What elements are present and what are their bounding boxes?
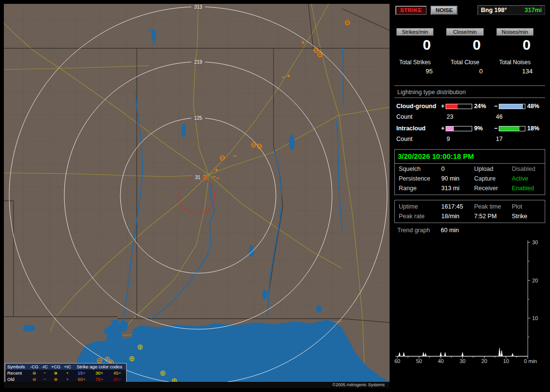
legend-age-title: Strike age color codes	[72, 364, 126, 370]
cloud-ground-counts: Count 23 46	[393, 113, 546, 120]
cg-plus-bar	[446, 104, 472, 109]
x-tick-30: 30	[460, 358, 465, 364]
ic-minus-bar	[499, 126, 525, 131]
persistence-value: 90 min	[441, 175, 474, 182]
bearing-display: Bng 198° 317mi	[478, 5, 545, 15]
minus-sign: −	[493, 103, 499, 110]
cloud-ground-row: Cloud-ground + 24% − 48%	[393, 103, 546, 110]
noise-mode-button[interactable]: NOISE	[431, 6, 458, 15]
peak-rate-value: 18/min	[441, 213, 474, 220]
plus-cg-icon: ⊕	[49, 370, 62, 376]
age-45: 45+	[108, 370, 126, 376]
peak-time-label: Peak time	[474, 203, 512, 210]
trend-graph-label: Trend graph	[397, 227, 441, 234]
legend-col-nic: -IC	[40, 364, 49, 370]
y-tick-10: 10	[532, 315, 538, 321]
rate-values-row: 0 0 0	[393, 36, 546, 53]
cg-minus-bar	[499, 104, 525, 109]
range-label-31: 31	[195, 175, 201, 180]
total-noises-label: Total Noises	[496, 59, 534, 66]
ic-plus-count: 9	[447, 136, 496, 142]
x-tick-0: 0 min	[524, 358, 537, 364]
strike-symbol	[130, 357, 134, 361]
intracloud-counts: Count 9 17	[393, 136, 546, 142]
status-box: 3/20/2026 10:00:18 PM Squelch 0 Upload D…	[394, 149, 545, 195]
plus-sign: +	[440, 125, 446, 132]
symbol-legend: Symbols -CG -IC +CG +IC Strike age color…	[5, 363, 127, 383]
range-label-125: 125	[194, 115, 203, 121]
legend-col-pic: +IC	[62, 364, 73, 370]
distribution-title: Lightning type distribution	[394, 86, 545, 98]
strike-symbol	[203, 176, 207, 180]
range-value: 313 mi	[441, 185, 474, 192]
cg-minus-count: 46	[496, 113, 503, 120]
squelch-label: Squelch	[399, 166, 441, 172]
session-row: Peak rate 18/min 7:52 PM Strike	[395, 211, 545, 221]
legend-col-ncg: -CG	[29, 364, 40, 370]
minus-sign: −	[493, 125, 499, 132]
clock-timestamp: 3/20/2026 10:00:18 PM	[395, 150, 545, 164]
legend-recent-label: Recent	[5, 370, 29, 376]
total-noises-value: 134	[496, 68, 534, 75]
intracloud-row: Intracloud + 9% − 18%	[393, 125, 546, 132]
capture-label: Capture	[474, 175, 512, 182]
y-tick-20: 20	[532, 278, 538, 283]
ic-minus-percent: 18%	[525, 125, 546, 132]
noises-per-min-value: 0	[496, 37, 534, 53]
receiver-status: Enabled	[512, 185, 545, 192]
x-tick-50: 50	[416, 358, 422, 364]
squelch-value: 0	[441, 166, 474, 172]
rate-box-close: Close/min	[446, 28, 483, 36]
range-label-313: 313	[194, 4, 203, 10]
strike-symbol	[105, 357, 110, 362]
age-15: 15+	[72, 370, 90, 376]
x-tick-10: 10	[503, 358, 509, 364]
legend-symbols-label: Symbols	[5, 364, 29, 370]
bearing-label: Bng 198°	[481, 7, 507, 14]
close-per-min-value: 0	[446, 37, 483, 53]
copyright-text: ©2005 Astrogenic Systems	[4, 382, 390, 388]
status-row: Range 313 mi Receiver Enabled	[395, 183, 545, 195]
intracloud-label: Intracloud	[396, 125, 440, 132]
upload-status: Disabled	[512, 166, 545, 172]
strike-symbol	[161, 371, 165, 376]
plot-value: Strike	[512, 213, 545, 220]
status-row: Persistence 90 min Capture Active	[395, 173, 545, 183]
rate-boxes-row: Strikes/min Close/min Noises/min	[393, 15, 546, 36]
mode-toolbar: STRIKE NOISE Bng 198° 317mi	[393, 5, 546, 15]
legend-col-pcg: +CG	[49, 364, 62, 370]
range-label-219: 219	[194, 59, 203, 65]
map-canvas: 313 219 125 31	[4, 4, 390, 388]
plot-label: Plot	[512, 203, 545, 210]
age-30: 30+	[90, 370, 108, 376]
ic-plus-percent: 9%	[472, 125, 493, 132]
range-label: Range	[399, 185, 441, 192]
strikes-per-min-value: 0	[396, 37, 434, 53]
plus-ic-icon: +	[62, 370, 73, 376]
total-labels-row: Total Strikes Total Close Total Noises	[393, 53, 546, 66]
session-row: Uptime 1617:45 Peak time Plot	[395, 201, 545, 211]
x-tick-60: 60	[394, 358, 400, 364]
graph-ticks	[397, 242, 530, 359]
trend-graph: 60 50 40 30 20 10 0 min 30 20 10	[394, 236, 540, 366]
strike-mode-button[interactable]: STRIKE	[395, 6, 427, 15]
cg-plus-count: 23	[447, 113, 496, 120]
cg-plus-percent: 24%	[472, 103, 493, 110]
persistence-label: Persistence	[399, 175, 441, 182]
count-label: Count	[396, 136, 447, 142]
minus-ic-icon: −	[40, 370, 49, 376]
total-strikes-label: Total Strikes	[396, 59, 434, 66]
rate-box-noises: Noises/min	[496, 28, 534, 36]
trend-graph-row: Trend graph 60 min	[393, 223, 546, 234]
upload-label: Upload	[474, 166, 512, 172]
total-close-value: 0	[446, 68, 483, 75]
map-view[interactable]: 313 219 125 31 Symbols -CG -IC +CG +IC S…	[4, 4, 390, 388]
ic-plus-bar	[446, 126, 472, 131]
strike-symbol	[138, 345, 143, 350]
trend-series	[397, 348, 528, 356]
minus-cg-icon: ⊖	[29, 370, 40, 376]
rate-box-strikes: Strikes/min	[396, 28, 434, 36]
plus-sign: +	[440, 103, 446, 110]
x-tick-40: 40	[438, 358, 444, 364]
ic-minus-count: 17	[496, 136, 503, 142]
